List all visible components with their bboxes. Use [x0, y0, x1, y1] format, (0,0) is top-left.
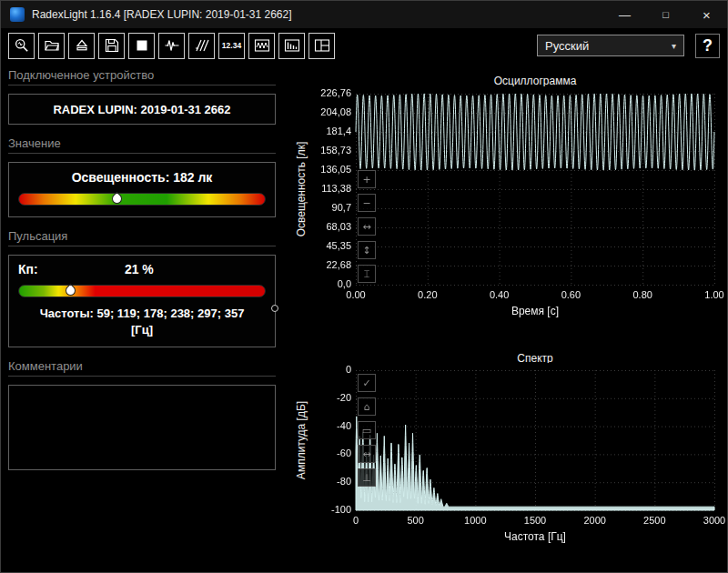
- stop-button[interactable]: [128, 33, 155, 59]
- numeric-display-button[interactable]: 12.34: [218, 33, 245, 59]
- stop-square-icon: [134, 37, 150, 54]
- illuminance-reading: Освещенность: 182 лк: [18, 170, 266, 185]
- spectrum-view-button[interactable]: [278, 33, 305, 59]
- oscillogram-cursor-button[interactable]: ⌶: [358, 265, 376, 283]
- pulsation-section-title: Пульсация: [8, 229, 276, 246]
- illuminance-box: Освещенность: 182 лк: [8, 162, 276, 217]
- oscillogram-xlabel: Время [с]: [356, 305, 714, 317]
- numeric-display-label: 12.34: [222, 41, 241, 50]
- window-title: RadexLight 1.16.4 [RADEX LUPIN: 2019-01-…: [32, 8, 292, 21]
- oscillogram-fit-horizontal-button[interactable]: ↔: [358, 217, 376, 236]
- device-section-title: Подключенное устройство: [8, 68, 276, 85]
- maximize-button[interactable]: □: [645, 1, 686, 28]
- frequencies-line: Частоты: 59; 119; 178; 238; 297; 357 [Гц…: [18, 306, 266, 337]
- frequencies-label: Частоты:: [40, 307, 94, 320]
- oscillogram-title: Осциллограмма: [356, 75, 714, 87]
- layout-view-button[interactable]: [308, 33, 335, 59]
- spectrum-fit-horizontal-button[interactable]: ↔: [358, 445, 376, 463]
- spectrum-reset-view-button[interactable]: ⌂: [358, 397, 376, 416]
- kp-value: 21 %: [13, 262, 266, 276]
- scan-device-button[interactable]: [8, 33, 35, 59]
- waveform-icon: [164, 37, 180, 54]
- frequencies-value: 59; 119; 178; 238; 297; 357 [Гц]: [96, 307, 244, 337]
- spectrum-select-button[interactable]: ✓: [358, 374, 376, 392]
- toolbar: 12.34 Русский ▾: [1, 28, 727, 63]
- spectrum-xlabel: Частота [Гц]: [356, 530, 714, 543]
- spectrum-zoom-box-button[interactable]: ▭: [358, 421, 376, 439]
- close-button[interactable]: ×: [686, 1, 727, 28]
- comments-section-title: Комментарии: [8, 359, 276, 377]
- layout-panels-icon: [314, 37, 330, 54]
- language-selected-value: Русский: [545, 39, 589, 53]
- left-panel: Подключенное устройство RADEX LUPIN: 201…: [8, 68, 276, 470]
- spectrum-baseline-button[interactable]: ⊥: [358, 468, 376, 487]
- oscillogram-ylabel: Освещенность [лк]: [295, 142, 308, 237]
- pulsation-box: Кп: 21 % Частоты: 59; 119; 178; 238; 297…: [8, 255, 276, 347]
- title-bar: RadexLight 1.16.4 [RADEX LUPIN: 2019-01-…: [1, 1, 727, 28]
- illuminance-scale-bar: [18, 193, 266, 206]
- minimize-button[interactable]: —: [604, 1, 645, 28]
- illuminance-marker: [110, 192, 125, 206]
- magnifier-icon: [14, 37, 30, 54]
- eject-icon: [74, 37, 90, 54]
- open-folder-icon: [44, 37, 60, 54]
- value-section-title: Значение: [8, 136, 276, 154]
- open-file-button[interactable]: [38, 33, 65, 59]
- save-floppy-icon: [104, 37, 120, 54]
- oscillogram-fit-vertical-button[interactable]: ↕: [358, 241, 376, 259]
- oscillogram-zoom-in-button[interactable]: +: [358, 170, 376, 188]
- help-button[interactable]: ?: [695, 34, 720, 58]
- app-window: RadexLight 1.16.4 [RADEX LUPIN: 2019-01-…: [0, 0, 728, 573]
- spectrum-bars-icon: [284, 37, 300, 54]
- spectrum-toolbar: ✓⌂▭↔⊥: [358, 374, 376, 487]
- multi-wave-icon: [194, 37, 210, 54]
- save-button[interactable]: [98, 33, 125, 59]
- eject-device-button[interactable]: [68, 33, 95, 59]
- oscillogram-plot: [316, 86, 725, 316]
- panel-splitter-handle[interactable]: [271, 305, 278, 312]
- language-dropdown[interactable]: Русский ▾: [537, 35, 684, 56]
- window-controls: — □ ×: [604, 1, 727, 28]
- spectrum-ylabel: Амплитуда [дБ]: [295, 401, 308, 479]
- single-record-button[interactable]: [158, 33, 185, 59]
- kp-scale-bar: [18, 285, 266, 297]
- chevron-down-icon: ▾: [672, 41, 676, 51]
- kp-marker: [63, 284, 77, 298]
- device-name-box: RADEX LUPIN: 2019-01-31 2662: [8, 94, 276, 125]
- oscillogram-zoom-out-button[interactable]: −: [358, 194, 376, 212]
- device-name: RADEX LUPIN: 2019-01-31 2662: [53, 103, 230, 116]
- spectrum-plot: [316, 363, 725, 541]
- oscillogram-toolbar: +−↔↕⌶: [358, 170, 376, 283]
- oscillogram-view-button[interactable]: [248, 33, 275, 59]
- continuous-record-button[interactable]: [188, 33, 215, 59]
- comments-input[interactable]: [8, 385, 276, 470]
- oscillogram-panel-icon: [254, 37, 270, 54]
- app-icon: [10, 7, 25, 22]
